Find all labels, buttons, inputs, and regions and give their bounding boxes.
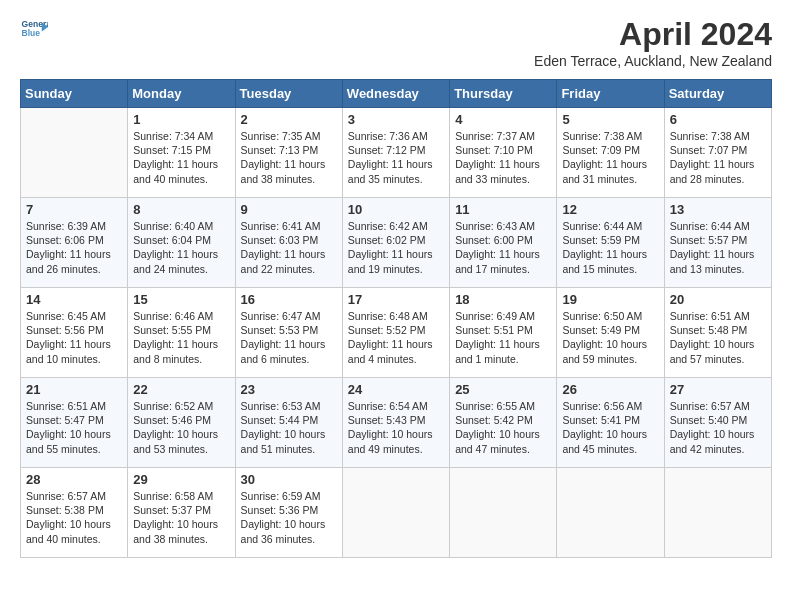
day-number: 18 [455,292,551,307]
day-number: 20 [670,292,766,307]
day-number: 2 [241,112,337,127]
page-header: General Blue April 2024 Eden Terrace, Au… [20,16,772,69]
day-info: Sunrise: 6:41 AMSunset: 6:03 PMDaylight:… [241,219,337,276]
calendar-cell [557,468,664,558]
day-number: 9 [241,202,337,217]
calendar-cell: 20Sunrise: 6:51 AMSunset: 5:48 PMDayligh… [664,288,771,378]
day-info: Sunrise: 6:52 AMSunset: 5:46 PMDaylight:… [133,399,229,456]
day-number: 27 [670,382,766,397]
calendar-cell: 4Sunrise: 7:37 AMSunset: 7:10 PMDaylight… [450,108,557,198]
day-info: Sunrise: 7:38 AMSunset: 7:07 PMDaylight:… [670,129,766,186]
calendar-cell: 5Sunrise: 7:38 AMSunset: 7:09 PMDaylight… [557,108,664,198]
month-title: April 2024 [534,16,772,53]
day-info: Sunrise: 6:47 AMSunset: 5:53 PMDaylight:… [241,309,337,366]
calendar-cell: 17Sunrise: 6:48 AMSunset: 5:52 PMDayligh… [342,288,449,378]
calendar-cell [342,468,449,558]
calendar-cell: 16Sunrise: 6:47 AMSunset: 5:53 PMDayligh… [235,288,342,378]
logo: General Blue [20,16,48,44]
day-info: Sunrise: 7:34 AMSunset: 7:15 PMDaylight:… [133,129,229,186]
day-info: Sunrise: 6:57 AMSunset: 5:38 PMDaylight:… [26,489,122,546]
logo-icon: General Blue [20,16,48,44]
day-info: Sunrise: 6:44 AMSunset: 5:57 PMDaylight:… [670,219,766,276]
day-info: Sunrise: 6:44 AMSunset: 5:59 PMDaylight:… [562,219,658,276]
calendar-cell: 28Sunrise: 6:57 AMSunset: 5:38 PMDayligh… [21,468,128,558]
location-title: Eden Terrace, Auckland, New Zealand [534,53,772,69]
calendar-week-row: 7Sunrise: 6:39 AMSunset: 6:06 PMDaylight… [21,198,772,288]
calendar-cell: 25Sunrise: 6:55 AMSunset: 5:42 PMDayligh… [450,378,557,468]
day-number: 10 [348,202,444,217]
calendar-cell: 9Sunrise: 6:41 AMSunset: 6:03 PMDaylight… [235,198,342,288]
day-info: Sunrise: 6:53 AMSunset: 5:44 PMDaylight:… [241,399,337,456]
day-info: Sunrise: 6:55 AMSunset: 5:42 PMDaylight:… [455,399,551,456]
day-info: Sunrise: 6:58 AMSunset: 5:37 PMDaylight:… [133,489,229,546]
day-info: Sunrise: 6:59 AMSunset: 5:36 PMDaylight:… [241,489,337,546]
day-number: 4 [455,112,551,127]
day-info: Sunrise: 6:42 AMSunset: 6:02 PMDaylight:… [348,219,444,276]
weekday-header-saturday: Saturday [664,80,771,108]
calendar-cell: 18Sunrise: 6:49 AMSunset: 5:51 PMDayligh… [450,288,557,378]
day-number: 5 [562,112,658,127]
day-number: 11 [455,202,551,217]
weekday-header-wednesday: Wednesday [342,80,449,108]
calendar-cell: 11Sunrise: 6:43 AMSunset: 6:00 PMDayligh… [450,198,557,288]
weekday-header-tuesday: Tuesday [235,80,342,108]
calendar-cell [21,108,128,198]
day-number: 25 [455,382,551,397]
day-number: 22 [133,382,229,397]
day-info: Sunrise: 6:57 AMSunset: 5:40 PMDaylight:… [670,399,766,456]
calendar-cell: 3Sunrise: 7:36 AMSunset: 7:12 PMDaylight… [342,108,449,198]
day-number: 7 [26,202,122,217]
calendar-cell: 26Sunrise: 6:56 AMSunset: 5:41 PMDayligh… [557,378,664,468]
calendar-cell: 2Sunrise: 7:35 AMSunset: 7:13 PMDaylight… [235,108,342,198]
weekday-header-monday: Monday [128,80,235,108]
day-number: 24 [348,382,444,397]
weekday-header-thursday: Thursday [450,80,557,108]
day-info: Sunrise: 6:51 AMSunset: 5:47 PMDaylight:… [26,399,122,456]
day-info: Sunrise: 7:35 AMSunset: 7:13 PMDaylight:… [241,129,337,186]
day-info: Sunrise: 7:37 AMSunset: 7:10 PMDaylight:… [455,129,551,186]
calendar-cell: 24Sunrise: 6:54 AMSunset: 5:43 PMDayligh… [342,378,449,468]
calendar-cell: 1Sunrise: 7:34 AMSunset: 7:15 PMDaylight… [128,108,235,198]
day-number: 3 [348,112,444,127]
day-info: Sunrise: 6:50 AMSunset: 5:49 PMDaylight:… [562,309,658,366]
calendar-cell: 22Sunrise: 6:52 AMSunset: 5:46 PMDayligh… [128,378,235,468]
day-number: 21 [26,382,122,397]
day-number: 28 [26,472,122,487]
day-number: 12 [562,202,658,217]
day-number: 16 [241,292,337,307]
calendar-week-row: 14Sunrise: 6:45 AMSunset: 5:56 PMDayligh… [21,288,772,378]
day-number: 26 [562,382,658,397]
day-info: Sunrise: 7:36 AMSunset: 7:12 PMDaylight:… [348,129,444,186]
calendar-cell: 23Sunrise: 6:53 AMSunset: 5:44 PMDayligh… [235,378,342,468]
calendar-cell: 27Sunrise: 6:57 AMSunset: 5:40 PMDayligh… [664,378,771,468]
calendar-week-row: 28Sunrise: 6:57 AMSunset: 5:38 PMDayligh… [21,468,772,558]
calendar-cell: 29Sunrise: 6:58 AMSunset: 5:37 PMDayligh… [128,468,235,558]
day-info: Sunrise: 6:43 AMSunset: 6:00 PMDaylight:… [455,219,551,276]
calendar-cell: 13Sunrise: 6:44 AMSunset: 5:57 PMDayligh… [664,198,771,288]
calendar-cell: 7Sunrise: 6:39 AMSunset: 6:06 PMDaylight… [21,198,128,288]
day-number: 6 [670,112,766,127]
day-info: Sunrise: 6:51 AMSunset: 5:48 PMDaylight:… [670,309,766,366]
weekday-header-sunday: Sunday [21,80,128,108]
day-number: 19 [562,292,658,307]
calendar-cell: 14Sunrise: 6:45 AMSunset: 5:56 PMDayligh… [21,288,128,378]
calendar-cell: 30Sunrise: 6:59 AMSunset: 5:36 PMDayligh… [235,468,342,558]
day-info: Sunrise: 6:45 AMSunset: 5:56 PMDaylight:… [26,309,122,366]
day-number: 17 [348,292,444,307]
calendar-cell: 10Sunrise: 6:42 AMSunset: 6:02 PMDayligh… [342,198,449,288]
day-info: Sunrise: 6:48 AMSunset: 5:52 PMDaylight:… [348,309,444,366]
calendar-cell [664,468,771,558]
title-block: April 2024 Eden Terrace, Auckland, New Z… [534,16,772,69]
calendar-cell: 12Sunrise: 6:44 AMSunset: 5:59 PMDayligh… [557,198,664,288]
day-info: Sunrise: 6:39 AMSunset: 6:06 PMDaylight:… [26,219,122,276]
day-number: 15 [133,292,229,307]
day-number: 29 [133,472,229,487]
svg-text:Blue: Blue [22,28,41,38]
calendar-week-row: 21Sunrise: 6:51 AMSunset: 5:47 PMDayligh… [21,378,772,468]
day-number: 30 [241,472,337,487]
day-number: 13 [670,202,766,217]
calendar-table: SundayMondayTuesdayWednesdayThursdayFrid… [20,79,772,558]
day-info: Sunrise: 6:54 AMSunset: 5:43 PMDaylight:… [348,399,444,456]
calendar-week-row: 1Sunrise: 7:34 AMSunset: 7:15 PMDaylight… [21,108,772,198]
weekday-header-row: SundayMondayTuesdayWednesdayThursdayFrid… [21,80,772,108]
